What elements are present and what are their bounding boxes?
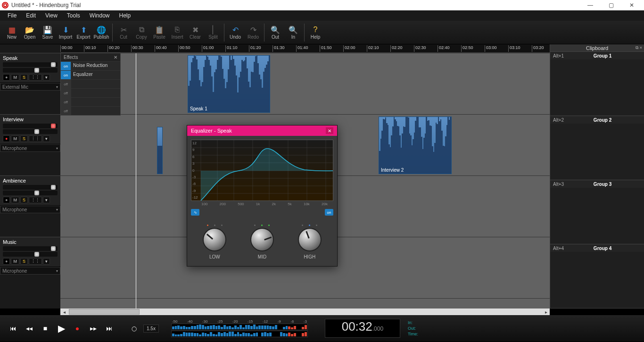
effects-panel[interactable]: Effects ✕ onNoise ReductiononEqualizerof… — [60, 53, 121, 116]
solo-button[interactable]: S — [20, 197, 28, 203]
mute-button[interactable]: M — [11, 74, 19, 81]
track-header[interactable]: Speak●MS⋮⋮▾ — [0, 53, 60, 83]
record-arm-button[interactable]: ● — [3, 74, 10, 81]
menu-tools[interactable]: Tools — [62, 11, 85, 20]
menu-view[interactable]: View — [41, 11, 62, 20]
clipboard-group[interactable]: Alt+3Group 3 — [550, 180, 644, 244]
more-button[interactable]: ▾ — [43, 258, 50, 265]
more-button[interactable]: ▾ — [43, 135, 50, 142]
pan-fader[interactable] — [3, 129, 58, 134]
eq-knob-high[interactable]: HIGH — [298, 221, 322, 259]
effect-row[interactable]: onNoise Reduction — [61, 61, 120, 70]
open-button[interactable]: 📂Open — [21, 22, 39, 43]
goto-end-button[interactable]: ⏭ — [103, 322, 116, 335]
save-button[interactable]: 💾Save — [39, 22, 57, 43]
equalizer-close-button[interactable]: ✕ — [326, 127, 333, 134]
effect-row[interactable]: off — [61, 97, 120, 106]
playback-rate[interactable]: 1.5x — [143, 325, 159, 333]
clipboard-group[interactable]: Alt+2Group 2 — [550, 116, 644, 180]
more-button[interactable]: ▾ — [43, 197, 50, 203]
equalizer-titlebar[interactable]: Equalizer - Speak ✕ — [187, 125, 337, 136]
rewind-button[interactable]: ◂◂ — [23, 322, 36, 335]
menu-file[interactable]: File — [3, 11, 21, 20]
more-button[interactable]: ▾ — [43, 74, 50, 81]
effect-toggle[interactable]: off — [61, 89, 71, 97]
menu-window[interactable]: Window — [85, 11, 115, 20]
playhead[interactable] — [136, 53, 136, 309]
volume-fader[interactable] — [3, 62, 58, 67]
track-input-select[interactable]: Microphone — [0, 267, 60, 275]
eq-on-toggle[interactable]: on — [325, 209, 333, 216]
track-header[interactable]: Ambience●MS⋮⋮▾ — [0, 175, 60, 206]
volume-fader[interactable] — [3, 185, 58, 190]
record-arm-button[interactable]: ● — [3, 197, 10, 203]
volume-fader[interactable] — [3, 246, 58, 251]
publish-button[interactable]: 🌐Publish — [92, 22, 110, 43]
effect-row[interactable]: off — [61, 88, 120, 97]
effects-close-icon[interactable]: ✕ — [114, 55, 117, 60]
track-header[interactable]: Interview●MS⋮⋮▾ — [0, 114, 60, 144]
mute-button[interactable]: M — [11, 135, 19, 142]
out-button[interactable]: 🔍Out — [266, 22, 284, 43]
eq-knob-low[interactable]: LOW — [203, 221, 226, 259]
record-arm-button[interactable]: ● — [3, 135, 10, 142]
time-ruler[interactable]: 00:0000:1000:2000:3000:4000:5001:0001:10… — [60, 44, 550, 53]
solo-button[interactable]: S — [20, 135, 28, 142]
goto-start-button[interactable]: ⏮ — [7, 322, 20, 335]
solo-button[interactable]: S — [20, 74, 28, 81]
equalizer-dialog[interactable]: Equalizer - Speak ✕ 129630-3-6-9-12 — [187, 125, 338, 267]
pan-fader[interactable] — [3, 191, 58, 195]
forward-button[interactable]: ▸▸ — [87, 322, 100, 335]
clipboard-group[interactable]: Alt+4Group 4 — [550, 244, 644, 309]
equalizer-graph[interactable]: 129630-3-6-9-12 — [191, 140, 333, 201]
audio-clip[interactable] — [157, 127, 163, 174]
stop-button[interactable]: ■ — [39, 322, 52, 335]
in-button[interactable]: 🔍In — [284, 22, 302, 43]
effect-toggle[interactable]: off — [61, 98, 71, 106]
import-button[interactable]: ⬇Import — [57, 22, 74, 43]
track-header[interactable]: Music●MS⋮⋮▾ — [0, 237, 60, 267]
mute-button[interactable]: M — [11, 258, 19, 265]
pan-fader[interactable] — [3, 252, 58, 257]
fx-button[interactable]: ⋮⋮ — [29, 258, 42, 265]
minimize-button[interactable]: ― — [580, 0, 601, 10]
effect-row[interactable]: off — [61, 106, 120, 115]
audio-clip[interactable]: Interview 2 — [379, 117, 452, 174]
effect-toggle[interactable]: on — [61, 62, 71, 70]
help-button[interactable]: ?Help — [306, 22, 324, 43]
loop-button[interactable]: ◯ — [127, 322, 140, 335]
track-input-select[interactable]: Microphone — [0, 144, 60, 152]
track-lane[interactable] — [60, 53, 550, 115]
effect-toggle[interactable]: off — [61, 107, 71, 115]
track-input-select[interactable]: Microphone — [0, 206, 60, 213]
eq-curve-toggle[interactable]: ∿ — [191, 209, 199, 216]
play-button[interactable]: ▶ — [55, 322, 68, 335]
scroll-right-icon[interactable]: ▸ — [542, 309, 550, 315]
effect-row[interactable]: off — [61, 79, 120, 88]
effect-row[interactable]: onEqualizer — [61, 70, 120, 79]
effect-toggle[interactable]: off — [61, 80, 71, 88]
menu-edit[interactable]: Edit — [21, 11, 41, 20]
close-button[interactable]: ✕ — [621, 0, 642, 10]
effect-toggle[interactable]: on — [61, 71, 71, 79]
menu-help[interactable]: Help — [115, 11, 136, 20]
volume-fader[interactable] — [3, 124, 58, 128]
record-arm-button[interactable]: ● — [3, 258, 10, 265]
scroll-thumb[interactable] — [69, 309, 140, 315]
solo-button[interactable]: S — [20, 258, 28, 265]
horizontal-scrollbar[interactable]: ◂ ▸ — [60, 309, 550, 315]
track-input-select[interactable]: External Mic — [0, 83, 60, 91]
undo-button[interactable]: ↶Undo — [226, 22, 244, 43]
clipboard-group[interactable]: Alt+1Group 1 — [550, 52, 644, 116]
mute-button[interactable]: M — [11, 197, 19, 203]
new-button[interactable]: ▦New — [3, 22, 21, 43]
pan-fader[interactable] — [3, 68, 58, 73]
fx-button[interactable]: ⋮⋮ — [29, 74, 42, 81]
scroll-left-icon[interactable]: ◂ — [60, 309, 68, 315]
export-button[interactable]: ⬆Export — [74, 22, 92, 43]
record-button[interactable]: ● — [71, 322, 84, 335]
fx-button[interactable]: ⋮⋮ — [29, 135, 42, 142]
panel-pin-icons[interactable]: ⧉ × — [636, 45, 642, 50]
eq-knob-mid[interactable]: MID — [250, 221, 274, 259]
fx-button[interactable]: ⋮⋮ — [29, 197, 42, 203]
